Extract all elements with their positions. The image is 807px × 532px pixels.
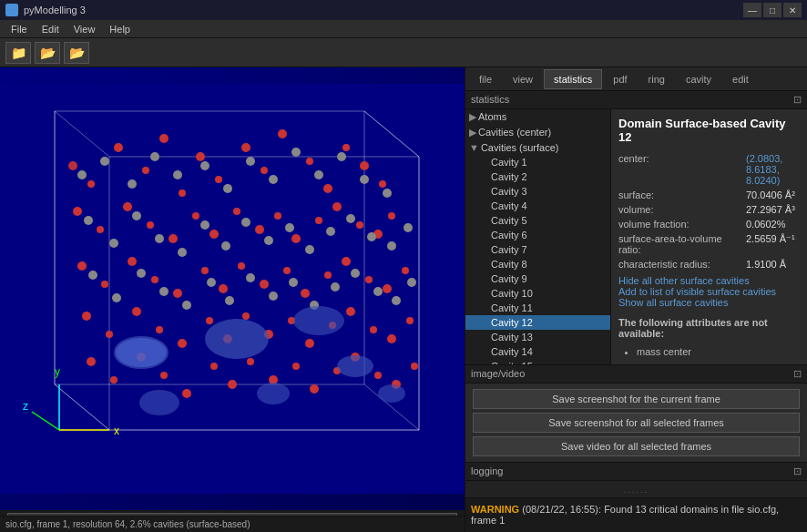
tab-statistics[interactable]: statistics — [544, 69, 602, 89]
svg-point-118 — [326, 227, 335, 236]
detail-label-center: center: — [618, 153, 746, 164]
stats-expand-icon[interactable]: ⊡ — [793, 94, 802, 106]
tab-edit[interactable]: edit — [722, 69, 759, 89]
svg-point-22 — [260, 167, 268, 174]
svg-point-51 — [219, 284, 228, 293]
detail-row-sa-vol: surface-area-to-volume ratio: 2.5659 Å⁻¹ — [618, 233, 800, 255]
viewport[interactable]: x y z — [0, 67, 465, 510]
tree-cavity-14[interactable]: Cavity 14 — [465, 344, 610, 359]
svg-point-111 — [178, 248, 187, 257]
svg-point-15 — [114, 143, 123, 152]
tree-cavity-12[interactable]: Cavity 12 — [465, 315, 610, 330]
tab-bar: file view statistics pdf ring cavity edi… — [465, 67, 807, 91]
imgvid-expand-icon[interactable]: ⊡ — [793, 368, 802, 380]
svg-point-53 — [260, 280, 269, 289]
show-all-link[interactable]: Show all surface cavities — [618, 297, 728, 308]
svg-point-144 — [139, 390, 179, 415]
svg-point-86 — [292, 363, 300, 370]
svg-point-71 — [305, 339, 314, 348]
log-warning-label: WARNING — [471, 504, 519, 515]
svg-point-81 — [182, 389, 191, 398]
hide-others-link[interactable]: Hide all other surface cavities — [618, 275, 750, 286]
menu-edit[interactable]: Edit — [35, 22, 66, 36]
svg-point-80 — [160, 372, 168, 379]
svg-point-120 — [367, 232, 376, 241]
svg-point-45 — [77, 261, 87, 271]
menu-file[interactable]: File — [4, 22, 35, 36]
svg-point-18 — [179, 189, 186, 197]
tree-atoms[interactable]: ▶Atoms — [465, 109, 610, 125]
center-link[interactable]: (2.0803, 8.6183, 8.0240) — [746, 153, 782, 186]
tab-file[interactable]: file — [469, 69, 502, 89]
tab-view[interactable]: view — [503, 69, 543, 89]
svg-point-77 — [87, 357, 96, 366]
tree-cavity-3[interactable]: Cavity 3 — [465, 184, 610, 199]
add-visible-link[interactable]: Add to list of visible surface cavities — [618, 286, 776, 297]
svg-point-108 — [109, 239, 118, 248]
svg-point-36 — [233, 208, 240, 215]
statistics-section: statistics ⊡ ▶Atoms ▶Cavities (center) ▼… — [465, 91, 807, 364]
tree-cavities-center[interactable]: ▶Cavities (center) — [465, 125, 610, 140]
svg-point-142 — [293, 306, 344, 335]
tab-cavity[interactable]: cavity — [676, 69, 721, 89]
svg-point-17 — [159, 134, 169, 143]
svg-point-19 — [196, 152, 205, 161]
tree-cavity-1[interactable]: Cavity 1 — [465, 155, 610, 169]
save-video-all[interactable]: Save video for all selected frames — [473, 436, 800, 456]
svg-point-57 — [342, 257, 351, 266]
logging-section: logging ⊡ ...... WARNING (08/21/22, 16:5… — [465, 462, 807, 532]
menu-help[interactable]: Help — [102, 22, 138, 36]
tree-cavity-8[interactable]: Cavity 8 — [465, 257, 610, 271]
svg-point-14 — [87, 180, 95, 188]
tree-cavity-4[interactable]: Cavity 4 — [465, 199, 610, 213]
svg-point-95 — [128, 179, 137, 189]
svg-point-128 — [207, 278, 216, 287]
tree-cavity-7[interactable]: Cavity 7 — [465, 242, 610, 257]
tab-ring[interactable]: ring — [638, 69, 675, 89]
toolbar-folder-btn-2[interactable]: 📂 — [35, 42, 60, 64]
logging-label: logging — [471, 466, 503, 477]
logging-body: WARNING (08/21/22, 16:55): Found 13 crit… — [465, 498, 807, 532]
detail-label-sa-vol: surface-area-to-volume ratio: — [618, 233, 746, 255]
menu-view[interactable]: View — [66, 22, 103, 36]
minimize-button[interactable]: — — [743, 3, 761, 17]
image-video-section: image/video ⊡ Save screenshot for the cu… — [465, 364, 807, 462]
toolbar-folder-btn-1[interactable]: 📁 — [5, 42, 31, 64]
logging-expand-icon[interactable]: ⊡ — [793, 466, 802, 477]
svg-point-110 — [155, 234, 164, 243]
svg-point-98 — [200, 161, 209, 170]
svg-point-93 — [77, 170, 87, 179]
tree-cavity-5[interactable]: Cavity 5 — [465, 213, 610, 228]
svg-rect-0 — [0, 84, 465, 494]
maximize-button[interactable]: □ — [763, 3, 781, 17]
svg-point-112 — [200, 220, 209, 230]
svg-point-96 — [150, 152, 159, 161]
toolbar: 📁 📂 📂 — [0, 38, 807, 67]
save-screenshot-current[interactable]: Save screenshot for the current frame — [473, 389, 800, 409]
tree-cavity-9[interactable]: Cavity 9 — [465, 271, 610, 286]
tree-cavity-13[interactable]: Cavity 13 — [465, 330, 610, 344]
svg-point-132 — [289, 278, 298, 287]
tab-pdf[interactable]: pdf — [603, 69, 637, 89]
svg-point-135 — [351, 269, 360, 278]
statistics-label: statistics — [471, 94, 509, 106]
detail-panel: Domain Surface-based Cavity 12 center: (… — [611, 109, 807, 364]
svg-point-102 — [291, 148, 301, 157]
close-button[interactable]: ✕ — [783, 3, 802, 17]
tree-cavity-2[interactable]: Cavity 2 — [465, 169, 610, 184]
not-available-header: The following attributes are not availab… — [618, 317, 800, 339]
svg-point-146 — [378, 384, 405, 403]
detail-value-center: (2.0803, 8.6183, 8.0240) — [746, 153, 800, 186]
tree-cavities-surface[interactable]: ▼Cavities (surface) — [465, 140, 610, 155]
save-screenshot-all[interactable]: Save screenshot for all selected frames — [473, 413, 800, 433]
svg-point-75 — [387, 334, 396, 343]
na-mass-center: mass center — [637, 344, 800, 361]
svg-point-39 — [291, 234, 301, 243]
tree-cavity-11[interactable]: Cavity 11 — [465, 301, 610, 315]
svg-point-114 — [241, 218, 250, 227]
tree-cavity-6[interactable]: Cavity 6 — [465, 228, 610, 242]
svg-point-29 — [73, 207, 82, 216]
tree-cavity-10[interactable]: Cavity 10 — [465, 286, 610, 301]
toolbar-folder-btn-3[interactable]: 📂 — [64, 42, 89, 64]
svg-point-107 — [84, 216, 93, 225]
